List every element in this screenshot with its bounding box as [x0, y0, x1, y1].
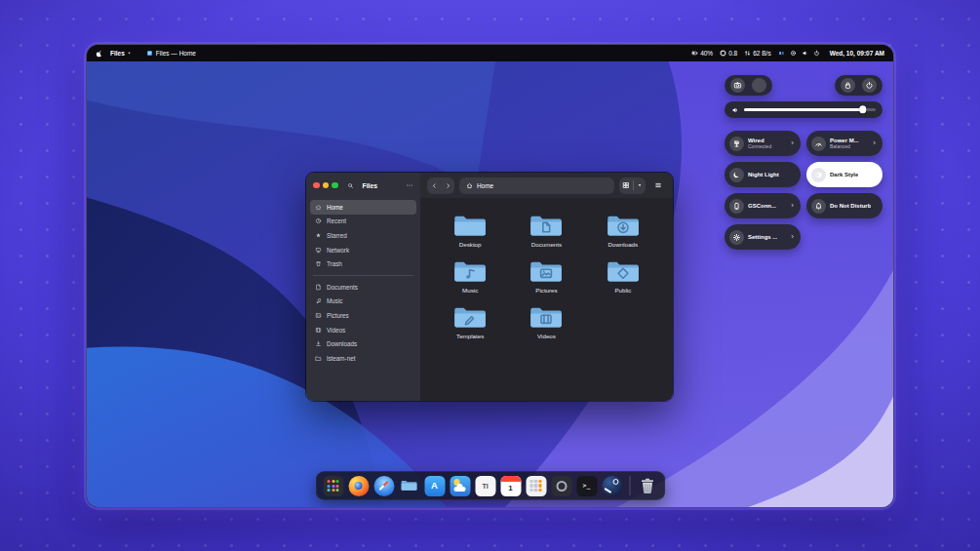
dock-firefox-icon[interactable] — [348, 476, 369, 496]
chevron-left-icon — [431, 182, 438, 189]
maximize-button[interactable] — [332, 182, 338, 189]
folder-label: Documents — [531, 241, 562, 248]
stat-battery[interactable]: 40% — [691, 50, 713, 57]
sidebar-item-home[interactable]: Home — [310, 200, 416, 215]
qs-settings-button[interactable] — [752, 78, 766, 93]
folder-downloads[interactable]: Downloads — [588, 213, 658, 248]
sidebar-item-videos[interactable]: Videos — [310, 323, 416, 337]
qs-tile-wired[interactable]: WiredConnected › — [725, 131, 801, 156]
volume-slider[interactable] — [744, 108, 876, 111]
files-main: Home Desktop — [420, 173, 673, 401]
chevron-right-icon: › — [791, 139, 796, 147]
qs-tile-power-m[interactable]: Power M...Balanced › — [806, 131, 882, 156]
more-options-icon[interactable] — [406, 181, 413, 189]
speaker-icon — [731, 106, 739, 114]
dock-steam-icon[interactable] — [602, 476, 622, 496]
grid-view-icon — [622, 181, 630, 189]
forward-button[interactable] — [441, 177, 454, 194]
top-panel-right: 40% 0.8 62 B/s Wed, 10, 09:07 AM — [691, 50, 884, 57]
dock-text-editor-icon[interactable]: Tl — [475, 476, 495, 496]
folder-label: Music — [462, 287, 478, 294]
qs-screenshot-button[interactable] — [730, 78, 745, 93]
sidebar-item-trash[interactable]: Trash — [310, 256, 416, 271]
network-icon — [315, 247, 322, 254]
film-icon — [315, 327, 322, 334]
dock-app-grid-icon[interactable] — [323, 476, 343, 496]
dock-camera-icon[interactable] — [551, 476, 571, 496]
sidebar-separator — [313, 275, 413, 276]
dock-trash-icon[interactable] — [637, 476, 657, 496]
indicator-workspaces-icon[interactable] — [778, 50, 785, 57]
folder-icon — [529, 304, 564, 331]
stat-netspeed[interactable]: 62 B/s — [744, 50, 770, 57]
moon-icon — [729, 168, 744, 182]
sidebar-item-pictures[interactable]: Pictures — [310, 308, 416, 323]
phone-icon — [729, 199, 744, 214]
halfmoon-icon — [811, 168, 826, 182]
quick-settings-panel: WiredConnected › Power M...Balanced › Ni… — [725, 75, 882, 250]
minimize-button[interactable] — [323, 182, 330, 189]
qs-button-group-1 — [725, 75, 772, 96]
files-sidebar: Files Home Recent Starred Network Trash … — [306, 173, 420, 401]
sidebar-item-documents[interactable]: Documents — [310, 280, 416, 295]
sidebar-item-downloads[interactable]: Downloads — [310, 336, 416, 351]
sidebar-item-music[interactable]: Music — [310, 295, 416, 309]
gear-icon — [729, 230, 744, 245]
search-icon[interactable] — [347, 182, 354, 189]
qs-tile-dark-style[interactable]: Dark Style — [806, 162, 882, 187]
sidebar-item-label: Downloads — [327, 340, 357, 347]
dock-terminal-icon[interactable]: >_ — [576, 476, 597, 496]
qs-tile-settings[interactable]: Settings ... › — [725, 224, 801, 250]
window-title-menu[interactable]: Files — Home — [146, 50, 196, 57]
qs-power-button[interactable] — [862, 78, 877, 93]
stat-value: 0.8 — [728, 50, 737, 57]
breadcrumb-label: Home — [477, 182, 493, 189]
image-icon — [315, 312, 322, 319]
tile-title: Dark Style — [830, 172, 858, 178]
volume-knob[interactable] — [859, 106, 867, 114]
dock-separator — [629, 476, 630, 495]
clock-icon — [315, 217, 322, 224]
sidebar-item-lsteam-net[interactable]: lsteam-net — [310, 351, 416, 366]
qs-lock-button[interactable] — [841, 78, 855, 93]
qs-tile-do-not-disturb[interactable]: Do Not Disturb — [806, 193, 882, 218]
tile-title: Do Not Disturb — [830, 203, 871, 210]
sidebar-item-recent[interactable]: Recent — [310, 215, 416, 229]
folder-videos[interactable]: Videos — [511, 304, 581, 339]
indicator-power-icon[interactable] — [813, 50, 820, 57]
dock-app-store-icon[interactable]: A — [424, 476, 445, 496]
indicator-screen-record-icon[interactable] — [790, 50, 797, 57]
stat-memory[interactable]: 0.8 — [720, 50, 737, 57]
dock-weather-icon[interactable] — [450, 476, 470, 496]
dock-calculator-icon[interactable] — [526, 476, 546, 496]
folder-icon — [606, 213, 641, 239]
back-button[interactable] — [427, 177, 441, 194]
folder-desktop[interactable]: Desktop — [435, 213, 505, 248]
folder-public[interactable]: Public — [588, 258, 658, 294]
folder-documents[interactable]: Documents — [511, 213, 581, 248]
sidebar-item-starred[interactable]: Starred — [310, 228, 416, 243]
apple-logo-icon[interactable] — [96, 50, 103, 58]
tile-title: Night Light — [748, 172, 779, 178]
folder-icon — [452, 304, 488, 331]
app-menu[interactable]: Files — [110, 50, 132, 57]
close-button[interactable] — [313, 182, 320, 189]
sidebar-item-network[interactable]: Network — [310, 243, 416, 257]
menu-button[interactable] — [650, 177, 666, 194]
clock[interactable]: Wed, 10, 09:07 AM — [830, 50, 884, 57]
folder-music[interactable]: Music — [435, 258, 505, 294]
folder-pictures[interactable]: Pictures — [511, 258, 581, 294]
breadcrumb[interactable]: Home — [459, 177, 614, 194]
sidebar-item-label: lsteam-net — [327, 355, 355, 362]
dock-calendar-icon[interactable]: 1 — [500, 476, 521, 496]
dock-safari-icon[interactable] — [373, 476, 394, 496]
folder-grid: Desktop Documents Downloads Music Pictur… — [420, 198, 673, 339]
dock-files-icon[interactable] — [399, 476, 419, 496]
view-toggle[interactable] — [619, 177, 646, 194]
folder-templates[interactable]: Templates — [435, 304, 505, 339]
home-icon — [315, 204, 322, 211]
battery-icon — [691, 50, 698, 57]
indicator-volume-icon[interactable] — [802, 50, 808, 57]
qs-tile-gsconn[interactable]: GSConn... › — [725, 193, 801, 218]
qs-tile-night-light[interactable]: Night Light — [725, 162, 801, 187]
